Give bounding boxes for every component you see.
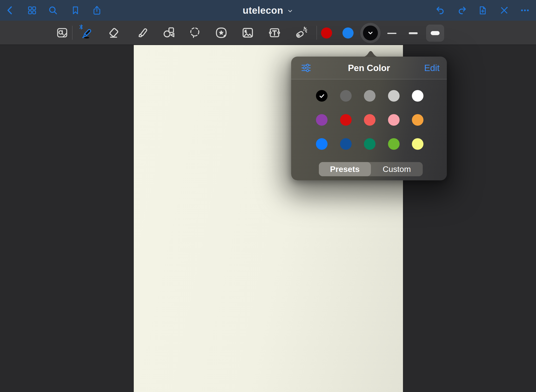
color-swatch-light-green[interactable]: [388, 138, 400, 150]
highlighter-tool-button[interactable]: [134, 25, 149, 40]
laser-pointer-tool-button[interactable]: [293, 25, 309, 40]
color-swatch-navy[interactable]: [340, 138, 352, 150]
pen-color-popover: Pen Color Edit PresetsCustom: [291, 57, 447, 180]
shapes-icon: [162, 26, 176, 40]
eraser-icon: [107, 26, 121, 40]
eraser-tool-button[interactable]: [106, 25, 122, 40]
canvas-area: [0, 45, 536, 392]
text-tool-button[interactable]: [267, 25, 282, 40]
elements-icon: [214, 26, 228, 40]
grid-icon: [27, 5, 37, 15]
pen-mode-toggle-button[interactable]: [499, 5, 509, 16]
quick-color-black-selected[interactable]: [360, 23, 381, 43]
image-tool-button[interactable]: [240, 25, 255, 40]
color-swatch-green[interactable]: [364, 138, 375, 150]
lasso-icon: [188, 26, 202, 40]
laser-icon: [294, 26, 308, 40]
tab-presets[interactable]: Presets: [319, 162, 371, 176]
pen-off-icon: [499, 5, 509, 15]
lasso-tool-button[interactable]: [187, 25, 203, 40]
quick-color-red[interactable]: [321, 27, 332, 39]
share-icon: [92, 5, 102, 15]
add-page-icon: [478, 5, 488, 15]
presets-custom-segmented-control: PresetsCustom: [319, 162, 423, 176]
color-swatch-white[interactable]: [412, 90, 423, 102]
stroke-width-thin[interactable]: [387, 33, 396, 34]
redo-button[interactable]: [457, 5, 467, 16]
color-swatch-orange[interactable]: [412, 114, 423, 126]
redo-icon: [457, 5, 467, 15]
search-icon: [48, 5, 58, 15]
color-swatch-black-selected[interactable]: [316, 90, 328, 102]
shapes-tool-button[interactable]: [161, 25, 176, 40]
text-icon: [268, 26, 281, 40]
document-title-button[interactable]: utelecon: [243, 0, 293, 21]
image-icon: [241, 26, 255, 40]
color-swatch-blue[interactable]: [316, 138, 328, 150]
color-swatch-red[interactable]: [340, 114, 352, 126]
chevron-down-icon: [367, 30, 374, 36]
stroke-width-medium[interactable]: [409, 32, 418, 34]
navbar: utelecon: [0, 0, 536, 21]
undo-button[interactable]: [435, 5, 446, 16]
highlighter-icon: [135, 26, 149, 40]
pen-tool-button[interactable]: [79, 25, 94, 40]
chevron-left-icon: [5, 5, 15, 15]
zoom-window-tool-button[interactable]: [54, 25, 70, 40]
edit-colors-button[interactable]: Edit: [424, 57, 440, 79]
zoom-window-icon: [55, 26, 69, 40]
color-swatch-gray[interactable]: [364, 90, 375, 102]
tab-custom[interactable]: Custom: [371, 162, 423, 176]
add-page-button[interactable]: [477, 5, 488, 16]
popover-arrow: [362, 48, 380, 57]
color-swatch-purple[interactable]: [316, 114, 328, 126]
color-swatch-light-gray[interactable]: [388, 90, 400, 102]
stroke-sample: [431, 31, 440, 35]
quick-color-blue[interactable]: [342, 27, 354, 39]
document-title: utelecon: [243, 5, 283, 16]
pages-overview-button[interactable]: [27, 5, 37, 16]
bluetooth-icon: [79, 24, 84, 30]
search-button[interactable]: [48, 5, 58, 16]
popover-header: Pen Color Edit: [291, 57, 447, 79]
color-swatch-pink[interactable]: [388, 114, 400, 126]
ellipsis-icon: [520, 5, 530, 15]
elements-tool-button[interactable]: [214, 25, 229, 40]
color-swatch-dark-gray[interactable]: [340, 90, 352, 102]
bookmark-icon: [70, 5, 80, 15]
toolbar-divider: [316, 26, 317, 40]
share-button[interactable]: [92, 5, 102, 16]
undo-icon: [435, 5, 445, 15]
bookmark-button[interactable]: [70, 5, 81, 16]
stroke-width-thick-selected[interactable]: [426, 25, 444, 42]
back-button[interactable]: [5, 5, 15, 16]
color-swatch-yellow[interactable]: [412, 138, 423, 150]
check-icon: [319, 93, 325, 99]
app-screen: utelecon: [0, 0, 536, 392]
toolbar-divider: [72, 26, 73, 40]
more-options-button[interactable]: [520, 5, 530, 16]
chevron-down-icon: [287, 8, 293, 14]
color-swatch-coral[interactable]: [364, 114, 375, 126]
popover-title: Pen Color: [291, 57, 447, 79]
toolbar: [0, 21, 536, 45]
selected-color-dot: [363, 26, 378, 40]
